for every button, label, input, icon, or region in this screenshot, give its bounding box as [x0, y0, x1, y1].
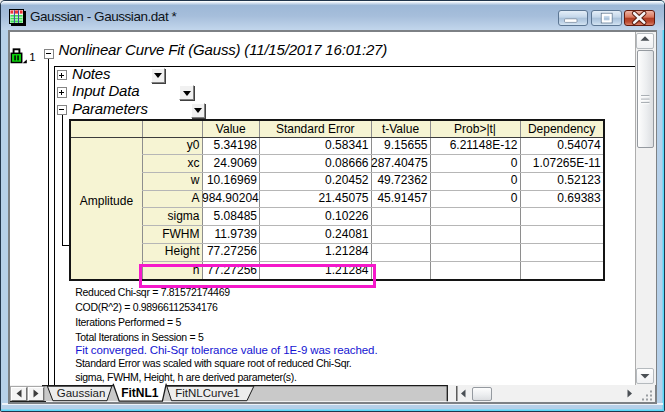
svg-text:Gaussian: Gaussian [57, 387, 106, 399]
svg-text:FitNLCurve1: FitNLCurve1 [175, 387, 240, 399]
svg-text:FitNL1: FitNL1 [121, 386, 159, 400]
